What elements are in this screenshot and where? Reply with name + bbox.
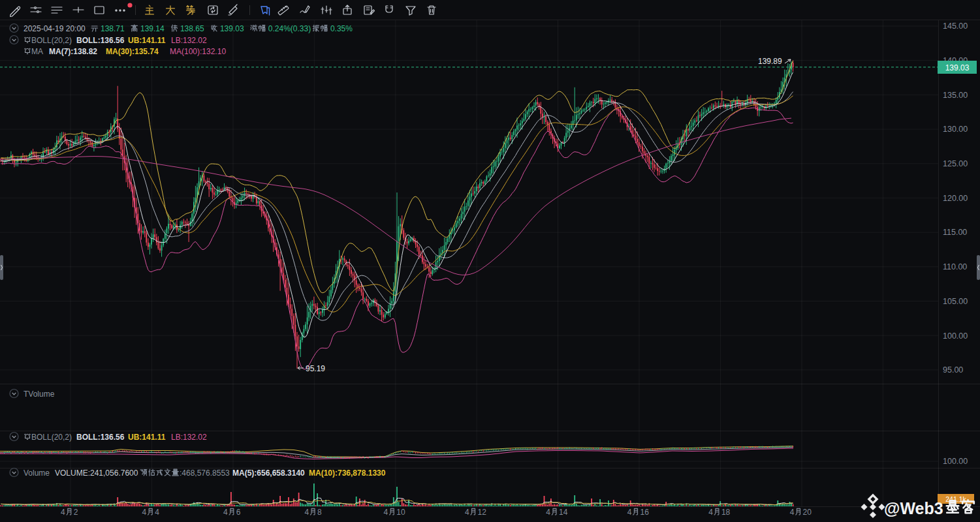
svg-text:4: 4 [790, 508, 795, 517]
svg-text:6: 6 [236, 508, 241, 517]
svg-text:139.03: 139.03 [220, 24, 244, 33]
svg-text:110.00: 110.00 [943, 262, 967, 271]
svg-text:BOLL(20,2): BOLL(20,2) [31, 433, 72, 442]
svg-text:BOLL:136.56: BOLL:136.56 [76, 36, 125, 45]
svg-text:95.00: 95.00 [943, 365, 963, 375]
svg-text:10: 10 [396, 508, 405, 517]
svg-text:130.00: 130.00 [943, 125, 968, 134]
svg-text:MA(100):132.10: MA(100):132.10 [170, 47, 226, 56]
svg-text:125.00: 125.00 [943, 159, 968, 168]
svg-text:VOLUME:241,056.7600: VOLUME:241,056.7600 [55, 468, 138, 478]
svg-text:138.71: 138.71 [101, 24, 125, 33]
svg-text:MA(10):736,878.1330: MA(10):736,878.1330 [309, 468, 386, 478]
svg-text:4: 4 [627, 508, 632, 517]
svg-text:139.03: 139.03 [945, 63, 970, 72]
svg-text:4: 4 [155, 508, 159, 517]
svg-text:135.00: 135.00 [943, 91, 968, 100]
svg-text:4: 4 [708, 508, 713, 517]
svg-text:TVolume: TVolume [24, 390, 55, 399]
svg-text:0.24%(0.33): 0.24%(0.33) [268, 24, 311, 33]
svg-text:2025-04-19 20:00: 2025-04-19 20:00 [24, 24, 86, 33]
svg-text:BOLL(20,2): BOLL(20,2) [31, 36, 72, 45]
svg-text:138.65: 138.65 [180, 24, 204, 33]
svg-text:4: 4 [223, 508, 228, 517]
svg-text:MA: MA [31, 47, 43, 56]
svg-text:95.19: 95.19 [306, 364, 325, 373]
svg-text::468,576.8553: :468,576.8553 [180, 468, 230, 478]
svg-text:105.00: 105.00 [943, 297, 968, 306]
svg-text:16: 16 [640, 508, 650, 517]
svg-text:120.00: 120.00 [943, 194, 968, 203]
svg-text:139.14: 139.14 [140, 24, 165, 33]
svg-text:115.00: 115.00 [943, 228, 967, 237]
svg-text:UB:141.11: UB:141.11 [128, 36, 166, 45]
svg-text:Volume: Volume [24, 468, 50, 478]
svg-text:4: 4 [384, 508, 388, 517]
svg-text:LB:132.02: LB:132.02 [171, 36, 207, 45]
svg-text:LB:132.02: LB:132.02 [171, 433, 207, 442]
svg-text:0.35%: 0.35% [330, 24, 353, 33]
svg-text:18: 18 [721, 508, 731, 517]
svg-text:MA(30):135.74: MA(30):135.74 [106, 47, 159, 56]
svg-text:BOLL:136.56: BOLL:136.56 [76, 433, 125, 442]
svg-text:4: 4 [142, 508, 147, 517]
svg-text:UB:141.11: UB:141.11 [128, 433, 166, 442]
svg-text:MA(5):656,658.3140: MA(5):656,658.3140 [232, 468, 305, 478]
svg-text:@Web3: @Web3 [884, 499, 943, 517]
svg-text:100.00: 100.00 [943, 457, 968, 466]
svg-text:2: 2 [74, 508, 78, 517]
svg-text:20: 20 [803, 508, 812, 517]
svg-text:MA(7):138.82: MA(7):138.82 [49, 47, 97, 56]
svg-text:4: 4 [546, 508, 550, 517]
svg-text:4: 4 [304, 508, 309, 517]
svg-text:139.89: 139.89 [758, 57, 782, 66]
svg-text:8: 8 [317, 508, 322, 517]
svg-text:4: 4 [465, 508, 469, 517]
svg-text:145.00: 145.00 [943, 22, 968, 31]
svg-text:4: 4 [61, 508, 65, 517]
svg-text:100.00: 100.00 [943, 331, 968, 341]
svg-text:12: 12 [478, 508, 487, 517]
svg-text:14: 14 [559, 508, 568, 517]
